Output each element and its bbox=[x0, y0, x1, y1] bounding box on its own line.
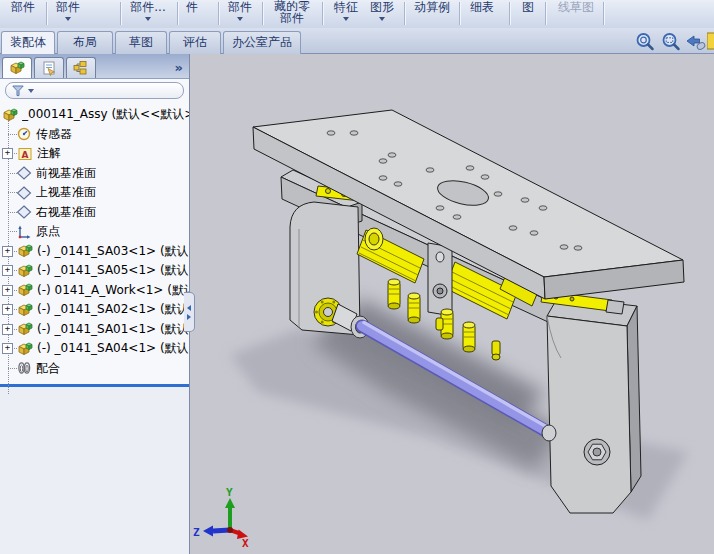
previous-view-icon[interactable] bbox=[685, 31, 707, 53]
z-axis-label: Z bbox=[193, 526, 200, 539]
expand-right-arrow-icon bbox=[187, 314, 191, 320]
ribbon-button-bom[interactable]: 细表 bbox=[462, 1, 502, 13]
section-view-icon[interactable] bbox=[707, 31, 714, 53]
zoom-to-area-icon[interactable] bbox=[660, 31, 682, 53]
tree-filter-row bbox=[0, 79, 189, 101]
graphics-viewport[interactable]: Z Y X bbox=[190, 54, 714, 554]
actuator-cylinder[interactable] bbox=[463, 322, 475, 352]
main-area: » _000141_Assy (默认<<默认>_ 传感器 + bbox=[0, 54, 714, 554]
plane-icon bbox=[16, 165, 32, 181]
ribbon-separator bbox=[509, 2, 510, 25]
actuator-cylinder[interactable] bbox=[408, 293, 420, 323]
configurationmanager-icon bbox=[73, 60, 89, 76]
ribbon-button-assembly-features[interactable]: 特征 bbox=[330, 1, 362, 21]
commandmanager-tabstrip: 装配体 布局 草图 评估 办公室产品 bbox=[0, 28, 714, 54]
zoom-to-fit-icon[interactable] bbox=[634, 31, 656, 53]
tab-evaluate[interactable]: 评估 bbox=[169, 31, 221, 54]
assembly-icon bbox=[2, 107, 18, 123]
y-axis-label: Y bbox=[226, 486, 233, 499]
expander-icon[interactable]: + bbox=[2, 148, 13, 159]
ribbon-separator bbox=[262, 2, 263, 25]
tree-item-sa01[interactable]: + (-) _0141_SA01<1> (默认< bbox=[0, 320, 189, 340]
tab-office-products[interactable]: 办公室产品 bbox=[223, 31, 301, 54]
configurationmanager-tab[interactable] bbox=[66, 57, 96, 78]
tree-item-sa03[interactable]: + (-) _0141_SA03<1> (默认< bbox=[0, 242, 189, 262]
assembly-icon bbox=[17, 341, 33, 357]
ribbon-button-fastener[interactable]: 件 bbox=[182, 1, 202, 13]
ribbon-button-show-hidden-components[interactable]: 藏的零 部件 bbox=[266, 0, 318, 24]
ribbon-button-move-component[interactable]: 部件 bbox=[222, 1, 258, 21]
featuremanager-tree-icon bbox=[9, 60, 25, 76]
tree-item-sa04[interactable]: + (-) _0141_SA04<1> (默认< bbox=[0, 339, 189, 359]
cad-model-view[interactable]: Z Y X bbox=[190, 54, 714, 554]
tree-item-sensors[interactable]: 传感器 bbox=[0, 125, 189, 145]
ribbon-button-reference-geometry[interactable]: 图形 bbox=[366, 1, 398, 21]
ribbon-separator bbox=[404, 2, 405, 25]
expander-icon[interactable]: + bbox=[2, 324, 13, 335]
ribbon-separator bbox=[603, 2, 604, 25]
expander-icon[interactable]: + bbox=[2, 343, 13, 354]
sensors-icon bbox=[16, 126, 32, 142]
tree-item-a-work[interactable]: + (-) 0141_A_Work<1> (默认 bbox=[0, 281, 189, 301]
ribbon-button-motion-study[interactable]: 动算例 bbox=[406, 1, 458, 13]
dropdown-arrow-icon bbox=[145, 17, 151, 21]
y-axis-arrow bbox=[225, 498, 235, 508]
dropdown-arrow-icon bbox=[237, 17, 243, 21]
dropdown-arrow-icon bbox=[65, 17, 71, 21]
featuremanager-tab[interactable] bbox=[2, 57, 32, 78]
tree-item-assembly-root[interactable]: _000141_Assy (默认<<默认>_ bbox=[0, 105, 189, 125]
assembly-icon bbox=[17, 243, 33, 259]
actuator-cylinder[interactable] bbox=[388, 279, 400, 309]
tree-item-right-plane[interactable]: 右视基准面 bbox=[0, 203, 189, 223]
ribbon-button-explode-line-sketch[interactable]: 线草图 bbox=[550, 1, 602, 13]
ribbon-button-insert-component[interactable]: 部件 bbox=[5, 1, 41, 13]
ribbon-button-exploded-view[interactable]: 图 bbox=[514, 1, 542, 13]
origin-icon bbox=[16, 224, 32, 240]
filter-dropdown-arrow-icon[interactable] bbox=[28, 89, 34, 93]
expander-icon[interactable]: + bbox=[2, 265, 13, 276]
dropdown-arrow-icon bbox=[379, 17, 385, 21]
assembly-icon bbox=[17, 263, 33, 279]
expander-icon[interactable]: + bbox=[2, 285, 13, 296]
tab-layout[interactable]: 布局 bbox=[57, 31, 113, 54]
tree-item-annotations[interactable]: + 注解 bbox=[0, 144, 189, 164]
tab-assembly[interactable]: 装配体 bbox=[1, 31, 55, 54]
z-axis-arrow bbox=[203, 526, 213, 537]
propertymanager-icon bbox=[41, 60, 57, 76]
ribbon-separator bbox=[177, 2, 178, 25]
ribbon-separator bbox=[120, 2, 121, 25]
tree-item-sa02[interactable]: + (-) _0141_SA02<1> (默认< bbox=[0, 300, 189, 320]
ribbon: 部件 部件 部件... 件 部件 藏的零 部件 特征 图形 动算例 细表 图 线… bbox=[0, 0, 714, 29]
ribbon-button-component-pattern[interactable]: 部件... bbox=[124, 1, 172, 21]
propertymanager-tab[interactable] bbox=[34, 57, 64, 78]
tree-item-front-plane[interactable]: 前视基准面 bbox=[0, 164, 189, 184]
ribbon-button-component-2[interactable]: 部件 bbox=[50, 1, 86, 21]
featuremanager-panel: » _000141_Assy (默认<<默认>_ 传感器 + bbox=[0, 54, 190, 554]
panel-overflow-chevron[interactable]: » bbox=[175, 60, 189, 78]
plane-icon bbox=[16, 185, 32, 201]
filter-funnel-icon bbox=[12, 85, 24, 97]
tree-item-top-plane[interactable]: 上视基准面 bbox=[0, 183, 189, 203]
assembly-icon bbox=[17, 282, 33, 298]
ribbon-separator bbox=[218, 2, 219, 25]
model-right-support[interactable] bbox=[547, 297, 641, 513]
panel-empty-area bbox=[0, 387, 189, 554]
panel-tab-bar: » bbox=[0, 54, 189, 79]
assembly-icon bbox=[17, 302, 33, 318]
tree-item-sa05[interactable]: + (-) _0141_SA05<1> (默认< bbox=[0, 261, 189, 281]
tree-item-mates[interactable]: 配合 bbox=[0, 359, 189, 379]
orientation-triad: Z Y X bbox=[193, 486, 249, 550]
tree-item-origin[interactable]: 原点 bbox=[0, 222, 189, 242]
tab-sketch[interactable]: 草图 bbox=[115, 31, 167, 54]
expander-icon[interactable]: + bbox=[2, 246, 13, 257]
ribbon-separator bbox=[46, 2, 47, 25]
feature-tree: _000141_Assy (默认<<默认>_ 传感器 + 注解 前视基准面 上视… bbox=[0, 101, 189, 378]
expander-icon[interactable]: + bbox=[2, 304, 13, 315]
collapse-left-arrow-icon bbox=[187, 305, 191, 311]
panel-splitter-grip[interactable] bbox=[184, 292, 195, 332]
ribbon-separator bbox=[545, 2, 546, 25]
plane-icon bbox=[16, 204, 32, 220]
tree-filter-input[interactable] bbox=[5, 82, 184, 99]
dropdown-arrow-icon bbox=[343, 17, 349, 21]
ribbon-separator bbox=[459, 2, 460, 25]
